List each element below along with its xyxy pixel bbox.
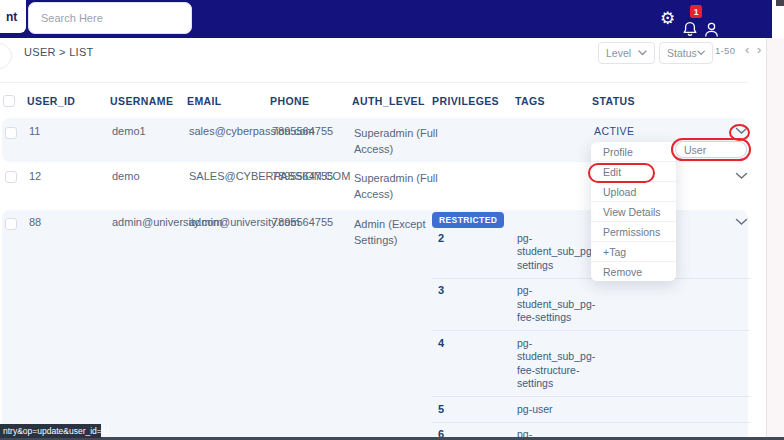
privilege-number: 3 [438,284,517,325]
cell-user-id: 88 [29,216,41,228]
column-header-phone: PHONE [270,95,309,107]
cell-auth-level: Admin (Except Settings) [354,216,440,248]
menu-item-permissions[interactable]: Permissions [591,221,676,241]
menu-item-view-details[interactable]: View Details [591,201,676,221]
privilege-item: 3 pg-student_sub_pg-fee-settings [432,279,750,332]
right-side-panel-strip [766,38,784,440]
row-checkbox[interactable] [5,171,17,183]
row-actions-chevron-icon[interactable] [735,218,748,226]
privilege-tag: pg-student_sub_pg-fee-structure-settings [517,337,603,391]
status-filter-label: Status [667,47,697,59]
corner-square [776,0,784,6]
row-actions-chevron-icon[interactable] [735,172,748,180]
privilege-number: 4 [438,337,517,391]
cell-username: demo [112,170,140,182]
table-header-row: USER_ID USERNAME EMAIL PHONE AUTH_LEVEL … [0,93,784,115]
column-header-email: EMAIL [187,95,222,107]
link-preview-statusbar: ntry&op=update&user_id=11 [0,424,101,438]
chevron-down-icon [638,50,647,56]
privilege-item: 4 pg-student_sub_pg-fee-structure-settin… [432,331,750,397]
column-header-tags: TAGS [515,95,545,107]
settings-gear-icon[interactable]: ⚙ [660,9,675,29]
column-header-username: USERNAME [110,95,173,107]
annotation-circle-user [671,138,751,161]
breadcrumb: USER > LIST [24,46,94,58]
cell-phone: 7895564755 [272,125,333,137]
table-card-top-border [0,82,748,83]
privilege-number: 2 [438,232,517,273]
privilege-item: 5 pg-user [432,397,750,423]
cell-username: demo1 [112,125,146,137]
cell-user-id: 12 [29,170,41,182]
cell-phone: 7895564755 [272,170,333,182]
profile-person-icon[interactable] [704,22,719,41]
screen: nt ⚙ 1 USER > LIST Level Status 1-50 ‹ ›… [0,0,784,440]
chevron-down-icon [697,50,705,56]
status-filter-select[interactable]: Status [659,42,713,64]
pagination-next-icon[interactable]: › [757,42,761,57]
menu-item-profile[interactable]: Profile [591,142,676,161]
brand-fragment: nt [0,0,26,33]
menu-item-upload[interactable]: Upload [591,181,676,201]
privilege-tag: pg-user [517,403,603,417]
row-checkbox[interactable] [5,218,17,230]
privilege-number: 5 [438,403,517,417]
search-input[interactable] [29,3,191,33]
column-header-status: STATUS [592,95,635,107]
cell-auth-level: Superadmin (Full Access) [354,125,440,157]
select-all-checkbox[interactable] [3,95,15,107]
level-filter-select[interactable]: Level [598,42,655,64]
breadcrumb-stub-button[interactable] [0,43,12,69]
cell-user-id: 11 [29,125,40,137]
pagination-prev-icon[interactable]: ‹ [745,42,749,57]
notifications-bell-icon[interactable] [682,21,698,41]
cell-auth-level: Superadmin (Full Access) [354,170,440,202]
app-header: nt ⚙ 1 [0,0,772,38]
menu-item-remove[interactable]: Remove [591,261,676,281]
level-filter-label: Level [606,47,631,59]
column-header-privileges: PRIVILEGES [432,95,499,107]
notification-count-badge: 1 [690,5,702,18]
row-checkbox[interactable] [5,127,17,139]
column-header-auth-level: AUTH_LEVEL [352,95,425,107]
cell-status: ACTIVE [594,125,634,137]
search-box [28,2,192,34]
menu-item-add-tag[interactable]: +Tag [591,241,676,261]
annotation-circle-edit [588,163,655,183]
cell-phone: 7895564755 [272,216,333,228]
privilege-tag: pg-student_sub_pg-fee-settings [517,284,603,325]
column-header-user-id: USER_ID [27,95,75,107]
pagination-range: 1-50 [715,45,735,56]
